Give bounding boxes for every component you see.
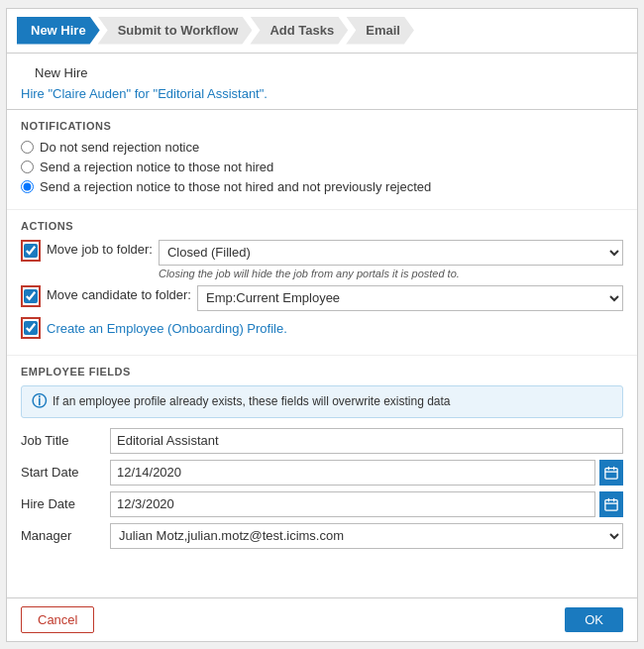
radio-no-rejection: Do not send rejection notice [21, 140, 623, 155]
step-submit-workflow-label: Submit to Workflow [118, 23, 239, 38]
svg-rect-0 [605, 468, 617, 479]
step-new-hire[interactable]: New Hire [17, 17, 100, 45]
move-job-helper: Closing the job will hide the job from a… [159, 268, 623, 279]
wizard-steps: New Hire Submit to Workflow Add Tasks Em… [7, 9, 637, 54]
move-candidate-label: Move candidate to folder: [47, 285, 191, 302]
move-job-checkbox[interactable] [24, 244, 38, 258]
actions-label: ACTIONS [21, 220, 623, 232]
move-candidate-checkbox-wrap [21, 285, 41, 307]
modal-content: New Hire Hire "Claire Auden" for "Editor… [7, 54, 637, 597]
employee-fields-label: EMPLOYEE FIELDS [21, 366, 623, 378]
move-job-select-wrap: Closed (Filled) Open Closed (Unfilled) O… [159, 240, 623, 279]
step-add-tasks-label: Add Tasks [269, 23, 334, 38]
move-candidate-select-wrap: Emp:Current Employee Hired Other [197, 285, 623, 311]
info-box: ⓘ If an employee profile already exists,… [21, 385, 623, 418]
start-date-label: Start Date [21, 465, 110, 480]
hire-description: Hire "Claire Auden" for "Editorial Assis… [21, 86, 623, 101]
create-employee-link[interactable]: Create an Employee (Onboarding) Profile. [47, 321, 287, 336]
job-title-input[interactable] [110, 428, 623, 454]
step-email-label: Email [366, 23, 400, 38]
notifications-section: NOTIFICATIONS Do not send rejection noti… [7, 110, 637, 210]
radio-rejection-not-hired: Send a rejection notice to those not hir… [21, 160, 623, 174]
manager-select[interactable]: Julian Motz,julian.motz@test.icims.com [110, 523, 623, 549]
create-employee-checkbox-wrap [21, 317, 41, 339]
create-employee-label: Create an Employee (Onboarding) Profile. [47, 319, 287, 336]
info-icon: ⓘ [32, 392, 47, 411]
cancel-button[interactable]: Cancel [21, 606, 94, 633]
create-employee-checkbox[interactable] [24, 321, 38, 335]
hire-date-row: Hire Date [21, 491, 623, 517]
move-job-checkbox-wrap [21, 240, 41, 262]
step-submit-workflow[interactable]: Submit to Workflow [98, 17, 253, 45]
manager-label: Manager [21, 528, 110, 543]
start-date-input[interactable] [110, 460, 595, 486]
radio-no-rejection-label: Do not send rejection notice [40, 140, 199, 155]
actions-section: ACTIONS Move job to folder: Closed (Fill… [7, 210, 637, 356]
job-title-label: Job Title [21, 433, 110, 448]
job-title-row: Job Title [21, 428, 623, 454]
step-add-tasks[interactable]: Add Tasks [250, 17, 348, 45]
move-job-select[interactable]: Closed (Filled) Open Closed (Unfilled) O… [159, 240, 623, 266]
manager-row: Manager Julian Motz,julian.motz@test.ici… [21, 523, 623, 549]
job-title-input-wrap [110, 428, 623, 454]
hire-date-label: Hire Date [21, 496, 110, 511]
start-date-input-wrap [110, 460, 623, 486]
start-date-row: Start Date [21, 460, 623, 486]
move-candidate-select[interactable]: Emp:Current Employee Hired Other [197, 285, 623, 311]
hire-date-input[interactable] [110, 491, 595, 517]
radio-rejection-not-hired-input[interactable] [21, 161, 34, 173]
notifications-label: NOTIFICATIONS [21, 120, 623, 132]
hire-date-input-wrap [110, 491, 623, 517]
radio-rejection-not-hired-label: Send a rejection notice to those not hir… [40, 160, 273, 174]
modal-container: New Hire Submit to Workflow Add Tasks Em… [6, 8, 638, 642]
hire-date-calendar-icon[interactable] [599, 491, 623, 517]
modal-footer: Cancel OK [7, 597, 637, 641]
radio-rejection-full-label: Send a rejection notice to those not hir… [40, 179, 431, 194]
move-candidate-row: Move candidate to folder: Emp:Current Em… [21, 285, 623, 311]
start-date-calendar-icon[interactable] [599, 460, 623, 486]
section-title: New Hire [21, 59, 623, 86]
page-title: New Hire [35, 65, 87, 80]
ok-button[interactable]: OK [565, 607, 623, 632]
create-employee-row: Create an Employee (Onboarding) Profile. [21, 317, 623, 339]
move-candidate-checkbox[interactable] [24, 289, 38, 303]
hire-title-section: New Hire Hire "Claire Auden" for "Editor… [7, 54, 637, 110]
step-email[interactable]: Email [346, 17, 414, 45]
move-job-row: Move job to folder: Closed (Filled) Open… [21, 240, 623, 279]
step-new-hire-label: New Hire [31, 23, 86, 38]
info-text: If an employee profile already exists, t… [53, 394, 451, 408]
svg-rect-4 [605, 499, 617, 510]
manager-input-wrap: Julian Motz,julian.motz@test.icims.com [110, 523, 623, 549]
employee-fields-section: EMPLOYEE FIELDS ⓘ If an employee profile… [7, 356, 637, 565]
move-job-label: Move job to folder: [47, 240, 153, 257]
radio-no-rejection-input[interactable] [21, 141, 34, 154]
radio-rejection-full: Send a rejection notice to those not hir… [21, 179, 623, 194]
radio-rejection-full-input[interactable] [21, 180, 34, 193]
